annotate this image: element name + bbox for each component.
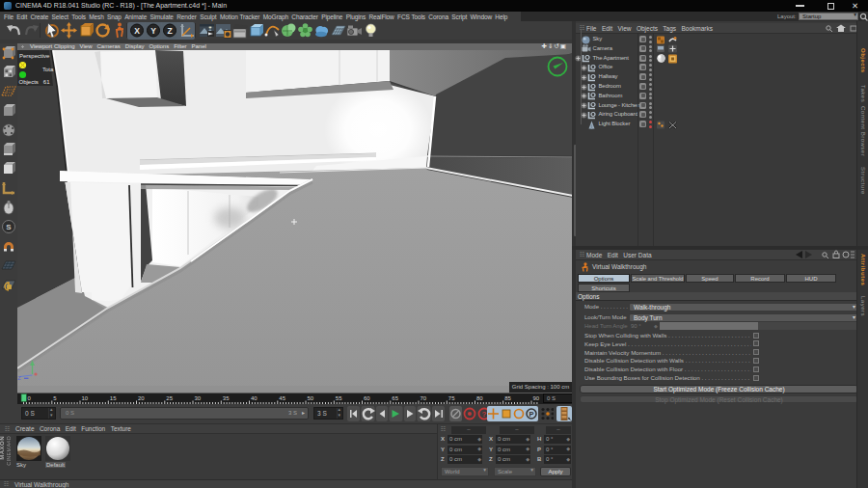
- svg-text:55: 55: [336, 395, 342, 401]
- svg-text:35: 35: [223, 395, 230, 401]
- svg-text:40: 40: [251, 395, 258, 401]
- svg-text:90: 90: [533, 395, 540, 401]
- svg-text:▬: ▬: [24, 375, 29, 380]
- svg-text:85: 85: [504, 395, 511, 401]
- svg-text:25: 25: [166, 395, 173, 401]
- svg-text:S: S: [6, 223, 12, 231]
- svg-text:80: 80: [476, 395, 483, 401]
- svg-text:75: 75: [448, 395, 455, 401]
- svg-text:5: 5: [53, 395, 57, 401]
- svg-text:Objects 61: Objects 61: [19, 79, 51, 85]
- svg-text:?: ?: [482, 410, 487, 419]
- svg-text:0: 0: [28, 395, 32, 401]
- svg-text:30: 30: [195, 395, 202, 401]
- svg-text:15: 15: [110, 395, 117, 401]
- svg-text:Tota: Tota: [42, 67, 54, 72]
- svg-text:X: X: [134, 26, 140, 36]
- svg-text:60: 60: [364, 395, 370, 401]
- svg-text:Y: Y: [150, 26, 156, 36]
- svg-text:P: P: [529, 410, 533, 419]
- svg-text:70: 70: [420, 395, 427, 401]
- svg-text:20: 20: [138, 395, 145, 401]
- svg-text:Perspective: Perspective: [19, 53, 50, 59]
- svg-text:65: 65: [392, 395, 398, 401]
- svg-text:45: 45: [279, 395, 285, 401]
- svg-text:10: 10: [82, 395, 89, 401]
- svg-text:50: 50: [308, 395, 314, 401]
- svg-text:Z: Z: [167, 26, 172, 36]
